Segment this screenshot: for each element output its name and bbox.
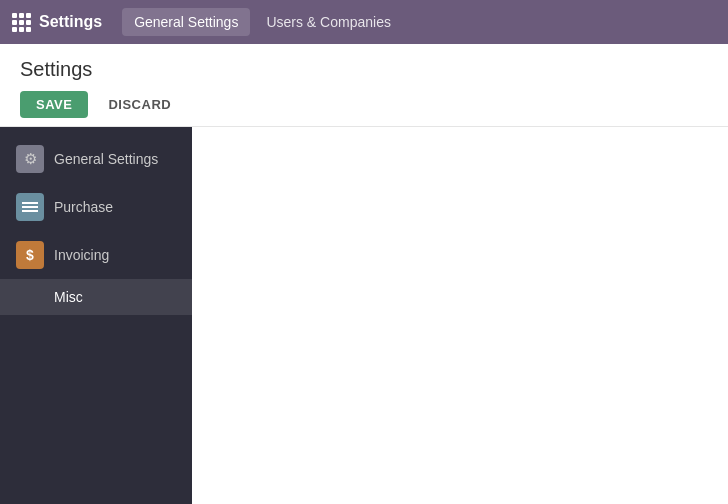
purchase-icon (16, 193, 44, 221)
sidebar-item-invoicing[interactable]: $ Invoicing (0, 231, 192, 279)
discard-button[interactable]: DISCARD (96, 91, 183, 118)
page-title: Settings (20, 58, 708, 81)
sidebar-item-misc[interactable]: Misc (0, 279, 192, 315)
save-button[interactable]: SAVE (20, 91, 88, 118)
svg-rect-1 (22, 206, 38, 208)
sidebar-label-general-settings: General Settings (54, 151, 158, 167)
topbar-nav: General Settings Users & Companies (122, 8, 403, 36)
sidebar-label-invoicing: Invoicing (54, 247, 109, 263)
page-actions: SAVE DISCARD (20, 91, 708, 118)
brand[interactable]: Settings (12, 13, 102, 32)
sidebar-item-purchase[interactable]: Purchase (0, 183, 192, 231)
nav-users-companies[interactable]: Users & Companies (254, 8, 403, 36)
svg-rect-0 (22, 202, 38, 204)
nav-general-settings[interactable]: General Settings (122, 8, 250, 36)
topbar: Settings General Settings Users & Compan… (0, 0, 728, 44)
main-layout: ⚙ General Settings Purchase $ Invoicing … (0, 127, 728, 504)
sidebar: ⚙ General Settings Purchase $ Invoicing … (0, 127, 192, 504)
svg-rect-2 (22, 210, 38, 212)
grid-icon (12, 13, 31, 32)
page-header: Settings SAVE DISCARD (0, 44, 728, 127)
brand-label: Settings (39, 13, 102, 31)
sidebar-label-misc: Misc (54, 289, 83, 305)
sidebar-item-general-settings[interactable]: ⚙ General Settings (0, 135, 192, 183)
sidebar-label-purchase: Purchase (54, 199, 113, 215)
gear-icon: ⚙ (16, 145, 44, 173)
invoicing-icon: $ (16, 241, 44, 269)
content-area (192, 127, 728, 504)
